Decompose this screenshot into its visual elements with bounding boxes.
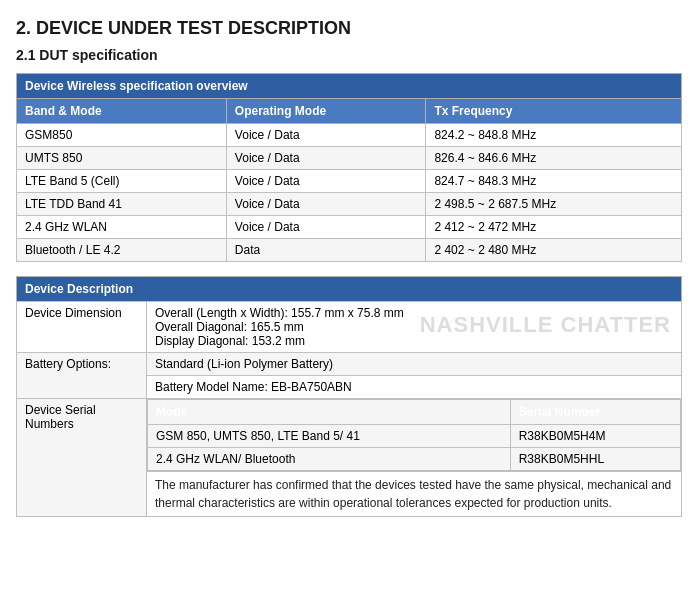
serial-col-header-row: Mode Serial Number [148,400,681,425]
serial-row: 2.4 GHz WLAN/ BluetoothR38KB0M5HHL [148,448,681,471]
wireless-section-header: Device Wireless specification overview [17,74,682,99]
watermark-text: NASHVILLE CHATTER [420,312,671,338]
wireless-cell-1: Voice / Data [226,124,426,147]
page-heading: 2. DEVICE UNDER TEST DESCRIPTION [16,18,682,39]
wireless-row: LTE TDD Band 41Voice / Data2 498.5 ~ 2 6… [17,193,682,216]
serial-col-mode: Mode [148,400,511,425]
wireless-cell-1: Voice / Data [226,193,426,216]
wireless-col-header-row: Band & Mode Operating Mode Tx Frequency [17,99,682,124]
serial-row: GSM 850, UMTS 850, LTE Band 5/ 41R38KB0M… [148,425,681,448]
col-tx-frequency: Tx Frequency [426,99,682,124]
battery-label: Battery Options: [17,353,147,399]
serial-numbers-row: Device Serial Numbers Mode Serial Number… [17,399,682,472]
wireless-row: Bluetooth / LE 4.2Data2 402 ~ 2 480 MHz [17,239,682,262]
battery-row-1: Battery Options: Standard (Li-ion Polyme… [17,353,682,376]
wireless-spec-table: Device Wireless specification overview B… [16,73,682,262]
wireless-section-header-row: Device Wireless specification overview [17,74,682,99]
col-operating-mode: Operating Mode [226,99,426,124]
serial-inner-table: Mode Serial Number GSM 850, UMTS 850, LT… [147,399,681,471]
device-desc-section-header: Device Description [17,277,682,302]
serial-cell-1: R38KB0M5H4M [510,425,680,448]
device-desc-section-header-row: Device Description [17,277,682,302]
serial-cell-1: R38KB0M5HHL [510,448,680,471]
wireless-cell-2: 824.7 ~ 848.3 MHz [426,170,682,193]
wireless-cell-0: LTE TDD Band 41 [17,193,227,216]
wireless-cell-2: 2 402 ~ 2 480 MHz [426,239,682,262]
serial-label: Device Serial Numbers [17,399,147,517]
wireless-cell-1: Voice / Data [226,170,426,193]
wireless-cell-2: 826.4 ~ 846.6 MHz [426,147,682,170]
note-text: The manufacturer has confirmed that the … [147,472,682,517]
wireless-cell-2: 824.2 ~ 848.8 MHz [426,124,682,147]
col-band-mode: Band & Mode [17,99,227,124]
wireless-cell-0: Bluetooth / LE 4.2 [17,239,227,262]
device-desc-table: Device Description Device Dimension Over… [16,276,682,517]
dimension-text: Overall (Length x Width): 155.7 mm x 75.… [155,306,404,348]
wireless-row: GSM850Voice / Data824.2 ~ 848.8 MHz [17,124,682,147]
dimension-label: Device Dimension [17,302,147,353]
dimension-value: Overall (Length x Width): 155.7 mm x 75.… [147,302,682,353]
serial-col-number: Serial Number [510,400,680,425]
wireless-cell-1: Voice / Data [226,147,426,170]
wireless-row: LTE Band 5 (Cell)Voice / Data824.7 ~ 848… [17,170,682,193]
wireless-cell-2: 2 412 ~ 2 472 MHz [426,216,682,239]
dimension-row: Device Dimension Overall (Length x Width… [17,302,682,353]
wireless-cell-0: LTE Band 5 (Cell) [17,170,227,193]
serial-inner-table-cell: Mode Serial Number GSM 850, UMTS 850, LT… [147,399,682,472]
wireless-cell-1: Data [226,239,426,262]
wireless-cell-0: UMTS 850 [17,147,227,170]
battery-value-1: Standard (Li-ion Polymer Battery) [147,353,682,376]
wireless-cell-0: GSM850 [17,124,227,147]
wireless-cell-1: Voice / Data [226,216,426,239]
wireless-cell-0: 2.4 GHz WLAN [17,216,227,239]
wireless-cell-2: 2 498.5 ~ 2 687.5 MHz [426,193,682,216]
page-subheading: 2.1 DUT specification [16,47,682,63]
serial-cell-0: GSM 850, UMTS 850, LTE Band 5/ 41 [148,425,511,448]
wireless-row: 2.4 GHz WLANVoice / Data2 412 ~ 2 472 MH… [17,216,682,239]
battery-value-2: Battery Model Name: EB-BA750ABN [147,376,682,399]
serial-cell-0: 2.4 GHz WLAN/ Bluetooth [148,448,511,471]
wireless-row: UMTS 850Voice / Data826.4 ~ 846.6 MHz [17,147,682,170]
